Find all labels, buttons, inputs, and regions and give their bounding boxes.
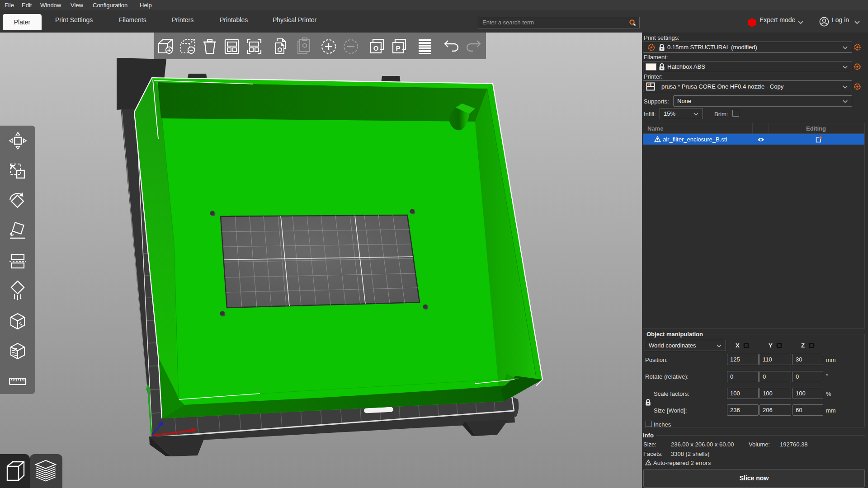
svg-text:P: P	[396, 44, 400, 52]
svg-text:O: O	[373, 44, 379, 52]
